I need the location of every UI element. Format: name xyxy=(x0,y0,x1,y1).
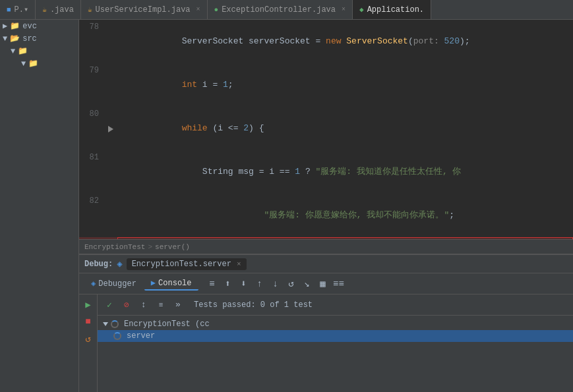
run-button[interactable]: ▶ xyxy=(81,297,96,312)
sidebar-item-evc[interactable]: ▶ 📁 evc xyxy=(0,20,78,32)
test-group-btn[interactable]: ≡ xyxy=(154,298,167,312)
code-line-82: 82 "服务端: 你愿意嫁给你, 我却不能向你承诺。"; xyxy=(79,194,573,237)
folder-icon3: 📁 xyxy=(28,59,38,69)
debug-content: ▶ ■ ↺ ✓ ⊘ ↕ ≡ » Tests passed: 0 of 1 tes… xyxy=(79,294,573,392)
tab-bar: ■ P.▾ ☕ .java ☕ UserServiceImpl.java × ●… xyxy=(0,0,573,20)
gutter-82 xyxy=(104,194,117,237)
tab-application[interactable]: ◆ Application. xyxy=(353,0,431,19)
test-class-spinner xyxy=(111,320,119,328)
folder-icon2: 📁 xyxy=(18,46,28,56)
java-icon: ■ xyxy=(7,6,11,14)
debug-session-label: EncryptionTest.server xyxy=(132,260,231,269)
tests-list: EncryptionTest (cc server xyxy=(98,316,573,392)
gutter-79 xyxy=(104,63,117,107)
code-line-83: 83 Socket socket = serverSocket.accept()… xyxy=(79,237,573,239)
debug-session-close[interactable]: × xyxy=(237,260,241,268)
debug-panel: Debug: ◈ EncryptionTest.server × ◈ Debug… xyxy=(79,254,573,392)
code-editor[interactable]: 78 ServerSocket serverSocket = new Serve… xyxy=(79,20,573,239)
line-content-81: String msg = i == 1 ? "服务端: 我知道你是任性太任性, … xyxy=(117,150,573,194)
code-lines: 78 ServerSocket serverSocket = new Serve… xyxy=(79,20,573,239)
chevron-down-icon2: ▼ xyxy=(11,47,15,56)
debug-btn-down2[interactable]: ↓ xyxy=(268,277,283,291)
tab-console[interactable]: ▶ Console xyxy=(144,277,198,291)
debug-btn-lines[interactable]: ≡≡ xyxy=(332,277,346,291)
test-more-btn[interactable]: » xyxy=(171,298,185,312)
chevron-down-icon3: ▼ xyxy=(21,59,26,69)
line-num-81: 81 xyxy=(79,150,104,194)
tab-userservice[interactable]: ☕ UserServiceImpl.java × xyxy=(81,0,208,19)
tab-console-label: Console xyxy=(158,279,191,288)
stop-button[interactable]: ■ xyxy=(81,314,96,329)
gutter-78 xyxy=(104,20,117,63)
tab-label: ExceptionController.java xyxy=(222,5,336,14)
class-expand-icon xyxy=(103,322,108,326)
gutter-81 xyxy=(104,150,117,194)
test-pass-filter-btn[interactable]: ✓ xyxy=(103,298,116,312)
tab-close-exception[interactable]: × xyxy=(342,6,346,13)
line-num-78: 78 xyxy=(79,20,104,63)
test-sort-btn[interactable]: ↕ xyxy=(137,298,150,312)
debug-btn-grid[interactable]: ▦ xyxy=(316,277,330,291)
sidebar-sub-item2[interactable]: ▼ 📁 xyxy=(0,57,78,70)
rerun-button[interactable]: ↺ xyxy=(81,331,96,346)
debug-btn-up1[interactable]: ⬆ xyxy=(221,277,235,291)
line-content-82: "服务端: 你愿意嫁给你, 我却不能向你承诺。"; xyxy=(117,194,573,237)
debug-btn-reload[interactable]: ↺ xyxy=(284,277,299,291)
sidebar: ▶ 📁 evc ▼ 📂 src ▼ 📁 ▼ 📁 xyxy=(0,20,79,392)
sidebar-item-src[interactable]: ▼ 📂 src xyxy=(0,32,78,45)
console-icon: ▶ xyxy=(151,278,156,288)
tab-exception[interactable]: ● ExceptionController.java × xyxy=(208,0,353,19)
line-content-78: ServerSocket serverSocket = new ServerSo… xyxy=(117,20,573,63)
debug-btn-up2[interactable]: ↑ xyxy=(253,277,267,291)
code-line-79: 79 int i = 1; xyxy=(79,63,573,107)
breadcrumb-class: EncryptionTest xyxy=(84,243,145,251)
debug-btn-menu[interactable]: ≡ xyxy=(205,277,220,291)
breadcrumb-separator: > xyxy=(148,243,152,251)
debug-toolbar: ◈ Debugger ▶ Console ≡ ⬆ ⬇ ↑ ↓ ↺ ↘ ▦ ≡≡ xyxy=(79,273,573,294)
tab-label: .java xyxy=(50,5,74,14)
code-line-80: 80 while (i <= 2) { xyxy=(79,107,573,150)
line-num-80: 80 xyxy=(79,107,104,150)
test-method-spinner xyxy=(113,332,121,340)
svg-marker-0 xyxy=(108,126,113,132)
line-content-79: int i = 1; xyxy=(117,63,573,107)
tab-debugger-label: Debugger xyxy=(98,279,136,289)
tab-java[interactable]: ☕ .java xyxy=(36,0,81,19)
test-fail-filter-btn[interactable]: ⊘ xyxy=(120,298,133,312)
folder-icon: 📁 xyxy=(10,21,20,31)
debug-title: Debug: xyxy=(84,260,113,269)
test-method-label: server xyxy=(127,331,155,341)
code-line-81: 81 String msg = i == 1 ? "服务端: 我知道你是任性太任… xyxy=(79,150,573,194)
main-layout: ▶ 📁 evc ▼ 📂 src ▼ 📁 ▼ 📁 78 xyxy=(0,20,573,392)
sidebar-item-label: src xyxy=(22,34,37,43)
code-line-78: 78 ServerSocket serverSocket = new Serve… xyxy=(79,20,573,63)
debug-action-buttons: ≡ ⬆ ⬇ ↑ ↓ ↺ ↘ ▦ ≡≡ xyxy=(205,277,346,291)
test-method-server[interactable]: server xyxy=(98,330,573,342)
breadcrumb-method: server() xyxy=(155,243,190,251)
app-file-icon: ◆ xyxy=(359,5,364,14)
tab-project[interactable]: ■ P.▾ xyxy=(0,0,36,19)
debug-btn-arrow[interactable]: ↘ xyxy=(300,277,315,291)
line-num-79: 79 xyxy=(79,63,104,107)
gutter-83 xyxy=(104,237,117,239)
java-file-icon: ☕ xyxy=(42,5,47,14)
run-controls: ▶ ■ ↺ xyxy=(79,294,98,392)
tab-close-userservice[interactable]: × xyxy=(196,6,200,13)
debugger-icon: ◈ xyxy=(91,279,96,289)
editor-area: 78 ServerSocket serverSocket = new Serve… xyxy=(79,20,573,392)
sidebar-sub-item[interactable]: ▼ 📁 xyxy=(0,45,78,57)
test-class-label: EncryptionTest (cc xyxy=(124,320,210,329)
gutter-80 xyxy=(104,107,117,150)
tab-label: Application. xyxy=(367,5,424,14)
line-num-82: 82 xyxy=(79,194,104,237)
test-class-encryption[interactable]: EncryptionTest (cc xyxy=(98,318,573,330)
folder-open-icon: 📂 xyxy=(10,34,20,43)
tests-panel: ✓ ⊘ ↕ ≡ » Tests passed: 0 of 1 test xyxy=(98,294,573,392)
debug-title-bar: Debug: ◈ EncryptionTest.server × xyxy=(79,255,573,273)
tab-debugger[interactable]: ◈ Debugger xyxy=(84,277,143,290)
line-num-83: 83 xyxy=(79,237,104,239)
tests-toolbar: ✓ ⊘ ↕ ≡ » Tests passed: 0 of 1 test xyxy=(98,294,573,316)
debug-session-tab[interactable]: EncryptionTest.server × xyxy=(127,258,247,270)
line-content-83: Socket socket = serverSocket.accept(); xyxy=(117,237,573,239)
debug-btn-down1[interactable]: ⬇ xyxy=(237,277,251,291)
